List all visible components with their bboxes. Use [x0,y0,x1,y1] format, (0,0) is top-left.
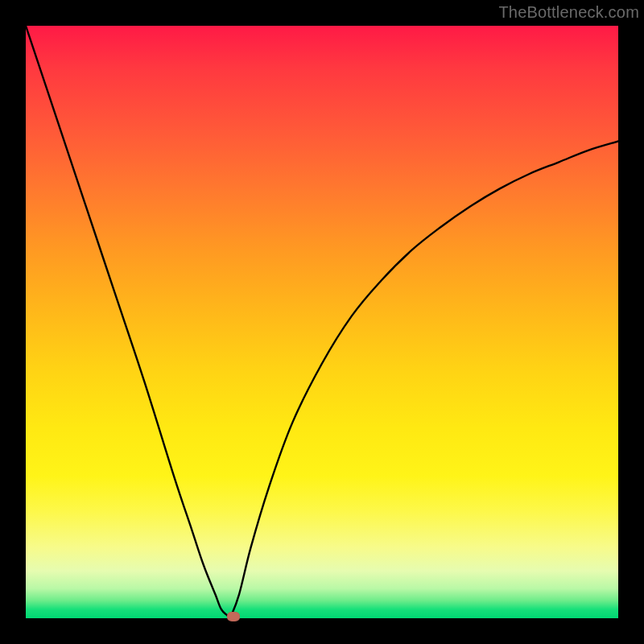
plot-area [26,26,618,618]
chart-frame: TheBottleneck.com [0,0,644,644]
watermark-text: TheBottleneck.com [498,3,639,22]
min-marker [227,612,240,621]
bottleneck-curve-left [26,26,230,618]
bottleneck-curve-right [230,142,618,618]
curve-svg [26,26,618,618]
